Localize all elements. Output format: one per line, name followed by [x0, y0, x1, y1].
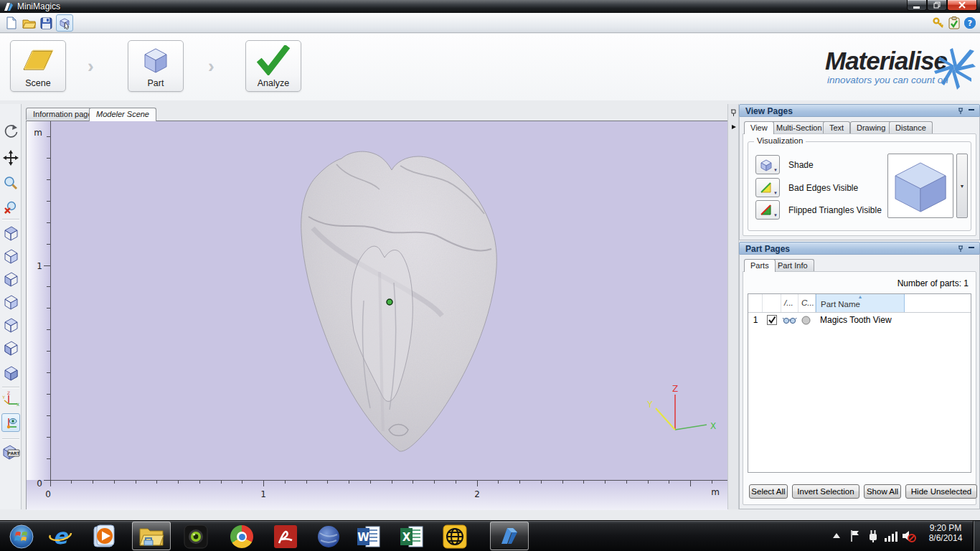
license-key-icon[interactable] [930, 14, 947, 32]
view-pages-header[interactable]: View Pages [739, 104, 980, 117]
tab-modeler-scene[interactable]: Modeler Scene [89, 108, 156, 121]
save-button[interactable] [37, 14, 55, 32]
workflow-scene-button[interactable]: Scene [10, 40, 66, 92]
view-bottom-icon[interactable] [1, 339, 20, 357]
help-icon[interactable]: ? [961, 14, 979, 32]
svg-text:Z: Z [7, 391, 10, 395]
row-color-swatch[interactable] [801, 316, 811, 332]
view-pages-title: View Pages [745, 106, 793, 116]
view-preset-dropdown-button[interactable]: ▼ [956, 154, 968, 218]
adobe-reader-icon[interactable] [273, 524, 298, 550]
tab-parts[interactable]: Parts [744, 259, 776, 272]
workflow-bar: Scene › Part › Analyze Materialise [0, 34, 980, 100]
pan-view-icon[interactable] [1, 149, 20, 167]
svg-text:0: 0 [45, 489, 51, 499]
svg-text:Z: Z [672, 384, 678, 394]
minimize-panel-icon[interactable] [966, 245, 976, 253]
pin-icon[interactable] [956, 107, 965, 116]
part-label: Part [128, 78, 183, 88]
col-index[interactable] [748, 294, 763, 312]
show-hidden-icons-button[interactable] [832, 532, 841, 540]
start-button[interactable] [9, 524, 34, 550]
workflow-part-button[interactable]: Part [128, 40, 184, 92]
view-tab-page: Visualization ▼ Shade ▼ Bad Edges Visibl… [743, 133, 976, 236]
invert-selection-button[interactable]: Invert Selection [792, 484, 859, 499]
pin-icon[interactable] [956, 245, 965, 253]
panel-splitter[interactable] [727, 104, 739, 509]
pin-icon[interactable] [730, 107, 737, 120]
taskbar-clock[interactable]: 9:20 PM 8/6/2014 [923, 523, 969, 550]
report-checklist-icon[interactable] [946, 14, 963, 32]
select-all-button[interactable]: Select All [749, 484, 788, 499]
unzoom-view-icon[interactable] [1, 199, 20, 217]
view-back-icon[interactable] [1, 224, 20, 242]
svg-text:1: 1 [260, 489, 266, 499]
new-document-button[interactable] [3, 14, 20, 32]
view-cube-preview-button[interactable] [887, 154, 953, 218]
word-icon[interactable]: W [356, 524, 382, 550]
view-top-icon[interactable] [1, 316, 20, 334]
globe-app-icon[interactable] [316, 524, 341, 550]
col-part-name[interactable]: ▲ Part Name [816, 294, 905, 312]
zoom-view-icon[interactable] [1, 174, 20, 192]
tab-drawing[interactable]: Drawing [850, 121, 892, 133]
view-iso-icon[interactable] [1, 364, 20, 382]
view-along-axis-icon[interactable] [1, 413, 20, 432]
main-toolbar: ? [0, 13, 980, 33]
media-player-icon[interactable] [90, 524, 116, 550]
open-file-button[interactable] [20, 14, 37, 32]
table-row[interactable]: 1 Magics Tooth View [748, 312, 971, 329]
bad-edges-button[interactable]: ▼ [755, 178, 780, 197]
col-select[interactable] [763, 294, 781, 312]
row-select-checkbox[interactable] [767, 315, 777, 331]
excel-icon[interactable]: X [399, 524, 425, 550]
volume-muted-icon[interactable] [901, 529, 917, 543]
minimize-panel-icon[interactable] [966, 107, 976, 116]
show-desktop-button[interactable] [973, 521, 980, 551]
modeler-3d-viewport[interactable]: Z X Y 0 1 2 m 0 1 m [26, 121, 727, 509]
collapse-arrow-icon[interactable] [731, 120, 737, 133]
restore-button[interactable] [927, 0, 947, 11]
internet-explorer-icon[interactable]: e [47, 524, 73, 550]
network-signal-icon[interactable] [884, 529, 898, 542]
shade-mode-button[interactable]: ▼ [755, 155, 780, 174]
close-button[interactable] [947, 0, 977, 11]
view-front-icon[interactable] [1, 247, 20, 265]
action-center-flag-icon[interactable] [849, 529, 861, 543]
row-part-name: Magics Tooth View [820, 315, 892, 331]
show-all-button[interactable]: Show All [864, 484, 901, 499]
view-pages-panel: View Pages View Multi-Section Text Drawi… [739, 104, 980, 240]
bad-edges-label: Bad Edges Visible [788, 183, 858, 193]
row-visibility-glasses-icon[interactable] [783, 316, 797, 333]
web-globe-app-icon[interactable] [442, 524, 468, 550]
file-explorer-button[interactable] [132, 522, 171, 550]
separator [2, 438, 19, 439]
flipped-triangles-label: Flipped Triangles Visible [788, 205, 882, 215]
workflow-chevron-icon: › [88, 55, 94, 77]
tab-text[interactable]: Text [823, 121, 850, 133]
tab-multi-section[interactable]: Multi-Section [770, 121, 829, 133]
flipped-triangles-button[interactable]: ▼ [755, 200, 780, 220]
axes-icon[interactable]: Z X Y [1, 390, 20, 409]
view-left-icon[interactable] [1, 270, 20, 288]
part-pages-title: Part Pages [745, 244, 790, 254]
part-pages-shortcut-icon[interactable]: PART [1, 443, 20, 461]
minimize-button[interactable] [907, 0, 927, 11]
chrome-icon[interactable] [229, 524, 255, 550]
rotate-view-icon[interactable] [1, 122, 20, 141]
tab-view[interactable]: View [744, 121, 774, 134]
select-tool-button[interactable] [56, 14, 73, 32]
hide-unselected-button[interactable]: Hide Unselected [905, 484, 977, 499]
part-pages-header[interactable]: Part Pages [739, 242, 980, 255]
tab-distance[interactable]: Distance [889, 121, 933, 133]
view-right-icon[interactable] [1, 293, 20, 311]
power-plug-icon[interactable] [867, 529, 880, 543]
parts-table: /... C... ▲ Part Name 1 [748, 293, 971, 473]
minimagics-taskbar-button[interactable] [490, 522, 529, 550]
workflow-analyze-button[interactable]: Analyze [245, 40, 301, 92]
col-visible[interactable]: /... [781, 294, 798, 312]
tab-part-info[interactable]: Part Info [771, 259, 814, 271]
col-color[interactable]: C... [798, 294, 816, 312]
camera-app-icon[interactable] [183, 524, 209, 550]
col-extra[interactable] [905, 294, 971, 312]
